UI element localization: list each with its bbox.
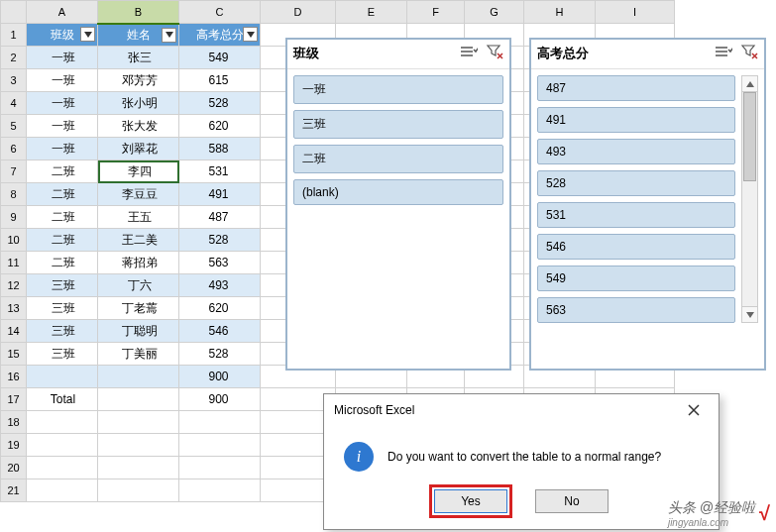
row-header-10[interactable]: 10 [1, 229, 27, 252]
clear-filter-icon[interactable] [486, 44, 503, 62]
multiselect-icon[interactable] [460, 44, 478, 62]
cell-class[interactable]: 二班 [27, 206, 98, 229]
scroll-up-icon[interactable] [742, 76, 757, 92]
row-header-6[interactable]: 6 [1, 138, 27, 160]
multiselect-icon[interactable] [715, 44, 732, 62]
no-button[interactable]: No [535, 489, 609, 513]
row-header-12[interactable]: 12 [1, 274, 27, 297]
cell[interactable] [27, 411, 98, 434]
cell-score[interactable]: 546 [179, 320, 261, 343]
row-header-13[interactable]: 13 [1, 297, 27, 320]
cell[interactable] [98, 479, 179, 502]
slicer-item[interactable]: 563 [537, 297, 735, 323]
cell-score[interactable]: 620 [179, 297, 261, 320]
slicer-item[interactable]: 546 [537, 234, 735, 260]
row-header-2[interactable]: 2 [1, 47, 27, 69]
slicer-item[interactable]: 528 [537, 170, 735, 196]
row-header-7[interactable]: 7 [1, 160, 27, 183]
cell[interactable] [98, 388, 179, 411]
slicer-item[interactable]: 三班 [293, 110, 503, 139]
cell[interactable] [98, 457, 179, 479]
cell-class[interactable]: 二班 [27, 252, 98, 274]
cell[interactable] [27, 457, 98, 479]
row-header-8[interactable]: 8 [1, 183, 27, 206]
slicer-scrollbar[interactable] [741, 75, 758, 323]
slicer-item[interactable]: 二班 [293, 145, 503, 173]
cell-score[interactable]: 528 [179, 229, 261, 252]
cell-score[interactable]: 615 [179, 69, 261, 92]
col-header-A[interactable]: A [27, 1, 98, 24]
col-header-G[interactable]: G [465, 1, 524, 24]
cell[interactable] [98, 411, 179, 434]
slicer-item[interactable]: 487 [537, 75, 735, 101]
cell-name[interactable]: 刘翠花 [98, 138, 179, 160]
cell[interactable] [27, 434, 98, 457]
slicer-item[interactable]: (blank) [293, 179, 503, 205]
filter-dropdown-icon[interactable] [80, 27, 95, 42]
cell-name[interactable]: 李豆豆 [98, 183, 179, 206]
row-header-16[interactable]: 16 [1, 366, 27, 388]
cell-name[interactable]: 张大发 [98, 115, 179, 138]
cell-score[interactable]: 487 [179, 206, 261, 229]
cell[interactable] [179, 411, 261, 434]
cell[interactable] [98, 366, 179, 388]
cell-score[interactable]: 528 [179, 92, 261, 115]
cell-name[interactable]: 丁聪明 [98, 320, 179, 343]
cell-class[interactable]: 三班 [27, 320, 98, 343]
cell[interactable] [27, 366, 98, 388]
cell[interactable] [179, 434, 261, 457]
cell-class[interactable]: 三班 [27, 297, 98, 320]
cell[interactable] [179, 457, 261, 479]
row-header-11[interactable]: 11 [1, 252, 27, 274]
row-header-17[interactable]: 17 [1, 388, 27, 411]
table-header[interactable]: 高考总分 [179, 24, 261, 47]
cell-score[interactable]: 620 [179, 115, 261, 138]
slicer-item[interactable]: 531 [537, 202, 735, 228]
row-header-3[interactable]: 3 [1, 69, 27, 92]
slicer-item[interactable]: 549 [537, 266, 735, 291]
filter-dropdown-icon[interactable] [243, 27, 258, 42]
filter-dropdown-icon[interactable] [162, 28, 176, 43]
cell-class[interactable]: 三班 [27, 343, 98, 366]
table-header[interactable]: 班级 [27, 24, 98, 47]
cell-name[interactable]: 张小明 [98, 92, 179, 115]
row-header-21[interactable]: 21 [1, 479, 27, 502]
row-header-19[interactable]: 19 [1, 434, 27, 457]
cell-name[interactable]: 丁六 [98, 274, 179, 297]
row-header-9[interactable]: 9 [1, 206, 27, 229]
cell[interactable] [98, 434, 179, 457]
row-header-15[interactable]: 15 [1, 343, 27, 366]
row-header-1[interactable]: 1 [1, 24, 27, 47]
cell-score[interactable]: 549 [179, 47, 261, 69]
slicer-item[interactable]: 一班 [293, 75, 503, 104]
cell-name[interactable]: 王二美 [98, 229, 179, 252]
cell-class[interactable]: 一班 [27, 47, 98, 69]
cell-name[interactable]: 王五 [98, 206, 179, 229]
cell-name[interactable]: 邓芳芳 [98, 69, 179, 92]
col-header-H[interactable]: H [524, 1, 596, 24]
close-icon[interactable] [679, 400, 709, 420]
cell-class[interactable]: 二班 [27, 160, 98, 183]
cell-total-label[interactable]: Total [27, 388, 98, 411]
row-header-5[interactable]: 5 [1, 115, 27, 138]
col-header-C[interactable]: C [179, 1, 261, 24]
slicer-item[interactable]: 491 [537, 107, 735, 133]
slicer-item[interactable]: 493 [537, 139, 735, 164]
row-header-20[interactable]: 20 [1, 457, 27, 479]
cell-name[interactable]: 张三 [98, 47, 179, 69]
cell[interactable] [27, 479, 98, 502]
cell-name[interactable]: 丁老蔫 [98, 297, 179, 320]
slicer-class[interactable]: 班级 一班三班二班(blank) [285, 38, 511, 371]
cell-score[interactable]: 491 [179, 183, 261, 206]
cell-class[interactable]: 二班 [27, 229, 98, 252]
cell[interactable] [179, 479, 261, 502]
scroll-thumb[interactable] [743, 92, 756, 181]
select-all-cell[interactable] [1, 1, 27, 24]
col-header-B[interactable]: B [98, 1, 179, 24]
cell-class[interactable]: 一班 [27, 138, 98, 160]
cell-name[interactable]: 丁美丽 [98, 343, 179, 366]
cell-total-value[interactable]: 900 [179, 388, 261, 411]
cell-class[interactable]: 一班 [27, 115, 98, 138]
cell-score[interactable]: 528 [179, 343, 261, 366]
cell-subtotal[interactable]: 900 [179, 366, 261, 388]
